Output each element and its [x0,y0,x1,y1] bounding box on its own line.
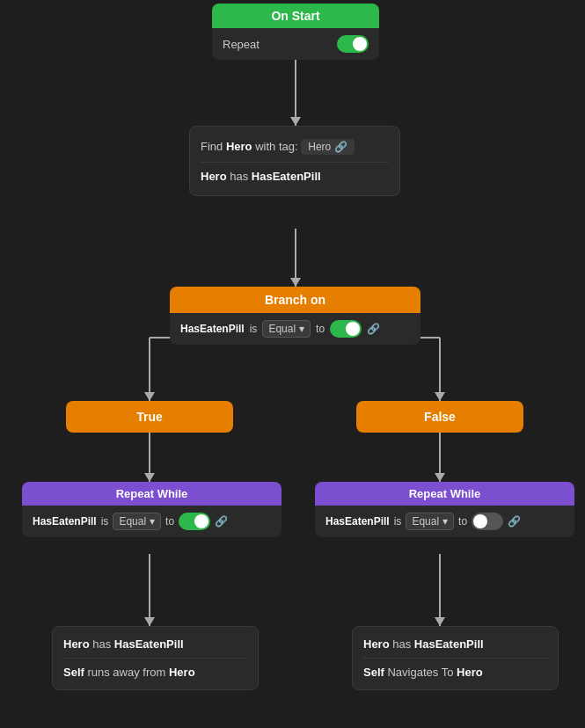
action-right-row1: Hero has HasEatenPill [363,634,547,654]
on-start-body: Repeat [212,28,379,60]
hero-tag[interactable]: Hero 🔗 [301,139,355,155]
svg-marker-17 [435,617,445,626]
branch-body: HasEatenPill is Equal ▾ to 🔗 [170,313,420,345]
action-left-hero1: Hero [63,637,90,651]
rw-right-to: to [458,515,467,528]
true-header: True [66,401,233,433]
action-left-row2: Self runs away from Hero [63,658,247,682]
false-node: False [356,401,523,433]
chevron-down-icon: ▾ [299,323,304,335]
condition-node: Find Hero with tag: Hero 🔗 Hero has HasE… [189,126,400,196]
action-left-row1: Hero has HasEatenPill [63,634,247,654]
has-label: has [230,170,248,183]
svg-marker-15 [144,617,155,626]
svg-marker-6 [144,392,155,401]
action-right-node: Hero has HasEatenPill Self Navigates To … [352,626,559,690]
svg-marker-11 [144,473,155,482]
false-header: False [356,401,523,433]
action-right-hero1: Hero [363,637,390,651]
rw-right-toggle[interactable] [472,513,503,530]
branch-header: Branch on [170,287,420,313]
repeat-while-left-header: Repeat While [22,482,282,506]
branch-equal-select[interactable]: Equal ▾ [262,320,311,338]
on-start-node: On Start Repeat [212,4,379,60]
rw-right-field: HasEatenPill [325,515,390,528]
action-left-node: Hero has HasEatenPill Self runs away fro… [52,626,259,690]
branch-toggle[interactable] [330,320,362,338]
hero-bold-1: Hero [226,140,252,153]
action-right-hero2: Hero [457,666,483,679]
repeat-while-right-header: Repeat While [315,482,574,506]
repeat-while-right-body: HasEatenPill is Equal ▾ to 🔗 [315,506,574,537]
true-node: True [66,401,233,433]
arrows-overlay [0,0,585,728]
repeat-toggle[interactable] [337,35,369,53]
branch-node: Branch on HasEatenPill is Equal ▾ to 🔗 [170,287,420,345]
repeat-while-right-title: Repeat While [409,487,481,500]
rw-left-field: HasEatenPill [33,515,97,528]
has-eaten-row: Hero has HasEatenPill [201,162,389,186]
repeat-while-left-body: HasEatenPill is Equal ▾ to 🔗 [22,506,282,537]
link-icon-3: 🔗 [215,515,228,528]
has-eaten-pill-1: HasEatenPill [252,170,321,183]
hero-bold-2: Hero [201,170,227,183]
action-left-has: has [92,637,111,651]
canvas: On Start Repeat Find Hero with tag: Hero… [0,0,585,728]
svg-marker-13 [435,473,445,482]
true-label: True [136,410,163,424]
action-right-has: has [392,637,411,651]
action-right-row2: Self Navigates To Hero [363,658,547,682]
svg-marker-1 [290,117,301,126]
branch-is: is [250,323,258,335]
action-right-navigates: Navigates To [387,666,453,679]
rw-left-toggle[interactable] [179,513,210,530]
rw-left-is: is [101,515,109,528]
repeat-while-right-node: Repeat While HasEatenPill is Equal ▾ to … [315,482,574,537]
repeat-label: Repeat [223,38,260,51]
action-left-self: Self [63,666,84,679]
chevron-down-icon-3: ▾ [442,515,448,528]
svg-marker-3 [290,278,301,287]
svg-marker-9 [435,392,445,401]
action-left-hero2: Hero [169,666,195,679]
branch-title: Branch on [265,293,325,307]
chevron-down-icon-2: ▾ [150,515,155,528]
rw-right-is: is [394,515,402,528]
action-right-self: Self [363,666,384,679]
branch-to: to [316,323,325,335]
rw-right-equal-select[interactable]: Equal ▾ [406,513,454,530]
find-label: Find [201,140,223,153]
find-hero-row: Find Hero with tag: Hero 🔗 [201,135,389,158]
rw-left-to: to [165,515,174,528]
link-icon-1: 🔗 [334,141,347,153]
repeat-while-left-node: Repeat While HasEatenPill is Equal ▾ to … [22,482,282,537]
action-right-has-eaten: HasEatenPill [414,637,484,651]
false-label: False [424,410,456,424]
with-tag-label: with tag: [255,140,297,153]
link-icon-4: 🔗 [508,515,521,528]
action-left-has-eaten: HasEatenPill [114,637,184,651]
action-left-runs: runs away from [87,666,165,679]
branch-field: HasEatenPill [180,323,245,335]
repeat-while-left-title: Repeat While [116,487,188,500]
rw-left-equal-select[interactable]: Equal ▾ [113,513,161,530]
on-start-title: On Start [271,9,319,23]
link-icon-2: 🔗 [367,323,380,335]
on-start-header: On Start [212,4,379,28]
